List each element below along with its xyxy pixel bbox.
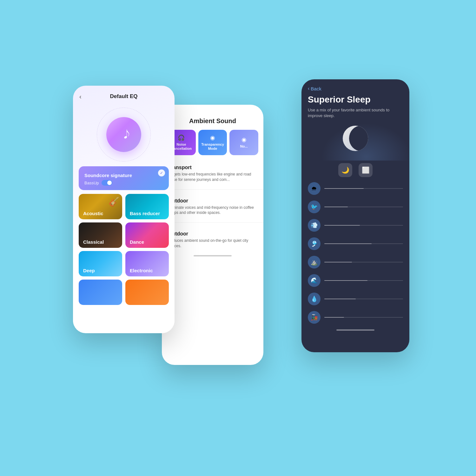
bassup-row: BassUp	[84, 180, 163, 186]
bird-sound-button[interactable]: 🐦	[308, 201, 321, 213]
indoor-section: Outdoor Eliminate voices and mid-frequen…	[162, 194, 263, 219]
moon-shadow	[349, 126, 368, 151]
eq-outer-ring: 𝅘𝅥𝅮	[97, 108, 151, 162]
play-controls: 🌙 ⬜	[301, 163, 409, 177]
outdoor-section: Outdoor Reduces ambient sound on-the-go …	[162, 227, 263, 252]
scene: ‹ Default EQ 𝅘𝅥𝅮 ✓ Soundcore signature B…	[48, 48, 428, 428]
bass-reducer-label: Bass reducer	[130, 211, 160, 216]
rain-volume-fill	[324, 188, 364, 189]
sound-row-chimes: 🎐	[308, 237, 403, 250]
back-chevron-icon: ‹	[308, 86, 309, 91]
bassup-toggle[interactable]	[102, 180, 112, 186]
normal-tab-label: No...	[240, 144, 248, 149]
transport-desc: Targets low-end frequencies like engine …	[168, 172, 257, 182]
noise-icon: 🎧	[178, 134, 185, 141]
mode-tabs: 🎧 Noise Cancellation ◉ Transparency Mode…	[162, 130, 263, 155]
mountain-volume-slider[interactable]	[324, 262, 403, 262]
transparency-mode-tab[interactable]: ◉ Transparency Mode	[198, 130, 227, 155]
ambient-title: Ambient Sound	[168, 117, 257, 125]
waves-sound-button[interactable]: 🌊	[308, 274, 321, 287]
moon-circle	[343, 126, 368, 151]
eq-presets-grid: Acoustic Bass reducer Classical Dance De…	[79, 194, 169, 305]
eq-inner-circle[interactable]: 𝅘𝅥𝅮	[106, 117, 141, 152]
train-volume-fill	[324, 317, 344, 318]
deep-label: Deep	[83, 268, 95, 273]
sleep-description: Use a mix of your favorite ambient sound…	[308, 107, 403, 119]
rain-sound-button[interactable]: 🌧	[308, 182, 321, 195]
back-row: ‹ Back	[308, 86, 403, 91]
chimes-sound-button[interactable]: 🎐	[308, 237, 321, 250]
wind-icon: 💨	[311, 222, 318, 229]
sound-row-bird: 🐦	[308, 201, 403, 213]
sound-row-mountain: ⛰️	[308, 256, 403, 268]
selected-preset-label: Soundcore signature	[84, 173, 163, 178]
soundcore-signature-card[interactable]: ✓ Soundcore signature BassUp	[79, 166, 169, 190]
sound-row-waves: 🌊	[308, 274, 403, 287]
electronic-label: Electronic	[130, 268, 153, 273]
transparency-tab-label: Transparency Mode	[201, 142, 225, 151]
wind-volume-slider[interactable]	[324, 225, 403, 226]
phone-superior-sleep: ‹ Back Superior Sleep Use a mix of your …	[301, 79, 409, 352]
dance-card[interactable]: Dance	[125, 222, 169, 248]
sound-row-wind: 💨	[308, 219, 403, 232]
back-button[interactable]: Back	[311, 86, 321, 91]
left-header: ‹ Default EQ	[73, 86, 175, 103]
normal-mode-tab[interactable]: ◉ No...	[229, 130, 258, 155]
bass-reducer-card[interactable]: Bass reducer	[125, 194, 169, 219]
preset-card-8[interactable]	[125, 280, 169, 305]
transport-section: Transport Targets low-end frequencies li…	[162, 160, 263, 186]
sound-row-drip: 💧	[308, 293, 403, 305]
sleep-stop-button[interactable]: ⬜	[359, 163, 373, 177]
wind-volume-fill	[324, 225, 360, 226]
sleep-sounds-list: 🌧 🐦 💨	[301, 182, 409, 324]
train-volume-slider[interactable]	[324, 317, 403, 318]
transparency-icon: ◉	[210, 134, 215, 141]
stop-icon: ⬜	[362, 166, 370, 174]
classical-label: Classical	[83, 239, 104, 245]
electronic-card[interactable]: Electronic	[125, 251, 169, 276]
phone-ambient-sound: Ambient Sound 🎧 Noise Cancellation ◉ Tra…	[162, 105, 263, 365]
right-header: ‹ Back Superior Sleep Use a mix of your …	[301, 79, 409, 122]
home-indicator	[194, 255, 232, 256]
mountain-sound-button[interactable]: ⛰️	[308, 256, 321, 268]
drip-icon: 💧	[311, 295, 318, 302]
deep-card[interactable]: Deep	[79, 251, 122, 276]
dance-label: Dance	[130, 239, 144, 245]
classical-card[interactable]: Classical	[79, 222, 122, 248]
drip-volume-slider[interactable]	[324, 299, 403, 299]
bassup-label: BassUp	[84, 181, 99, 185]
normal-icon: ◉	[241, 136, 247, 143]
acoustic-card[interactable]: Acoustic	[79, 194, 122, 219]
sleep-play-button[interactable]: 🌙	[338, 163, 352, 177]
waves-volume-fill	[324, 280, 367, 281]
bird-icon: 🐦	[311, 203, 318, 210]
home-indicator-right	[336, 329, 374, 331]
mountain-volume-fill	[324, 262, 352, 262]
sleep-title: Superior Sleep	[308, 95, 403, 105]
mid-header: Ambient Sound	[162, 105, 263, 130]
rain-volume-slider[interactable]	[324, 188, 403, 189]
drip-sound-button[interactable]: 💧	[308, 293, 321, 305]
moon-area	[301, 122, 409, 161]
bird-volume-fill	[324, 207, 348, 207]
waves-icon: 🌊	[311, 277, 318, 284]
mountain-icon: ⛰️	[311, 259, 318, 266]
preset-card-7[interactable]	[79, 280, 122, 305]
outdoor-desc: Reduces ambient sound on-the-go for quie…	[168, 238, 257, 249]
indoor-title: Outdoor	[168, 198, 257, 204]
chimes-volume-slider[interactable]	[324, 243, 403, 244]
transport-title: Transport	[168, 165, 257, 170]
back-button[interactable]: ‹	[79, 93, 82, 100]
indoor-desc: Eliminate voices and mid-frequency noise…	[168, 205, 257, 216]
selected-checkmark: ✓	[158, 169, 165, 176]
moon-play-icon: 🌙	[341, 166, 349, 174]
train-sound-button[interactable]: 🚂	[308, 311, 321, 324]
phone-default-eq: ‹ Default EQ 𝅘𝅥𝅮 ✓ Soundcore signature B…	[73, 86, 175, 333]
page-title: Default EQ	[110, 93, 138, 100]
outdoor-title: Outdoor	[168, 231, 257, 237]
bird-volume-slider[interactable]	[324, 207, 403, 207]
wind-sound-button[interactable]: 💨	[308, 219, 321, 232]
sound-row-train: 🚂	[308, 311, 403, 324]
waves-volume-slider[interactable]	[324, 280, 403, 281]
acoustic-label: Acoustic	[83, 211, 103, 216]
